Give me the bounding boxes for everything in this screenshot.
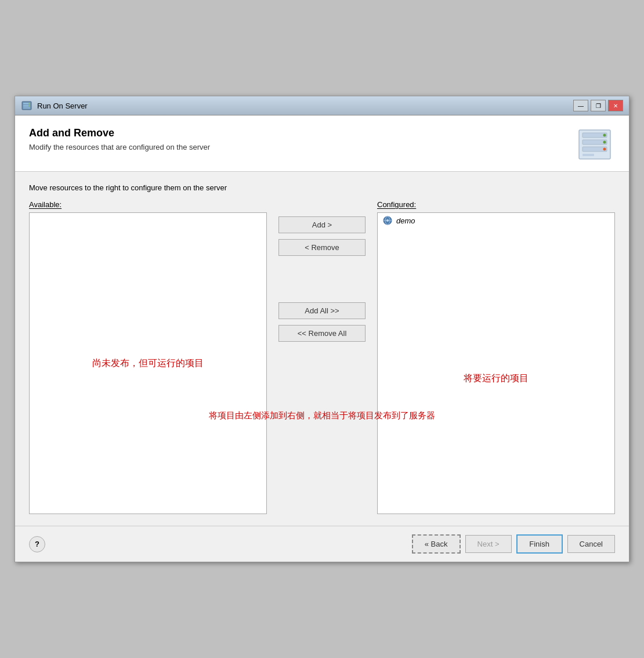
title-bar-buttons: — ❐ ✕	[573, 100, 623, 111]
svg-rect-3	[23, 107, 30, 109]
page-subtitle: Modify the resources that are configured…	[29, 143, 210, 151]
add-all-button[interactable]: Add All >>	[278, 302, 366, 319]
footer-buttons: « Back Next > Finish Cancel	[412, 534, 615, 554]
svg-point-13	[603, 148, 606, 151]
available-annotation: 尚未发布，但可运行的项目	[92, 357, 204, 370]
available-column: Available: 尚未发布，但可运行的项目	[29, 200, 267, 514]
cancel-button[interactable]: Cancel	[567, 535, 615, 553]
restore-button[interactable]: ❐	[591, 100, 606, 111]
finish-button[interactable]: Finish	[516, 534, 563, 554]
add-button[interactable]: Add >	[278, 216, 366, 233]
instruction-text: Move resources to the right to configure…	[29, 183, 615, 192]
configured-list[interactable]: demo 将要运行的项目	[377, 212, 615, 514]
demo-label: demo	[396, 216, 415, 225]
remove-all-button[interactable]: << Remove All	[278, 325, 366, 342]
close-button[interactable]: ✕	[608, 100, 623, 111]
configured-annotation: 将要运行的项目	[464, 372, 529, 384]
columns-wrapper: Available: 尚未发布，但可运行的项目 Add > < Remove A…	[29, 200, 615, 514]
header-server-icon	[574, 127, 615, 162]
svg-point-17	[386, 219, 389, 222]
title-bar-left: Run On Server	[21, 100, 88, 111]
demo-icon	[382, 215, 393, 226]
header-section: Add and Remove Modify the resources that…	[15, 115, 629, 172]
title-bar: Run On Server — ❐ ✕	[15, 96, 629, 115]
available-list[interactable]: 尚未发布，但可运行的项目	[29, 212, 267, 514]
minimize-button[interactable]: —	[573, 100, 588, 111]
remove-button[interactable]: < Remove	[278, 239, 366, 256]
configured-column: Configured: demo 将要运行的项目	[377, 200, 615, 514]
configured-label: Configured:	[377, 200, 615, 209]
svg-rect-10	[583, 154, 594, 156]
next-button[interactable]: Next >	[465, 535, 512, 553]
svg-point-12	[603, 141, 606, 144]
page-title: Add and Remove	[29, 127, 210, 139]
svg-point-5	[28, 106, 30, 107]
available-label: Available:	[29, 200, 267, 209]
help-button[interactable]: ?	[29, 536, 45, 552]
list-item[interactable]: demo	[378, 213, 614, 228]
back-button[interactable]: « Back	[412, 534, 461, 554]
main-content: Move resources to the right to configure…	[15, 172, 629, 526]
window-title: Run On Server	[37, 102, 88, 110]
svg-point-11	[603, 134, 606, 137]
main-window: Run On Server — ❐ ✕ Add and Remove Modif…	[15, 96, 629, 562]
window-icon	[21, 100, 32, 111]
middle-buttons: Add > < Remove Add All >> << Remove All	[267, 216, 377, 342]
header-text: Add and Remove Modify the resources that…	[29, 127, 210, 151]
footer: ? « Back Next > Finish Cancel	[15, 526, 629, 562]
svg-point-4	[28, 103, 30, 104]
columns-area: Available: 尚未发布，但可运行的项目 Add > < Remove A…	[29, 200, 615, 514]
